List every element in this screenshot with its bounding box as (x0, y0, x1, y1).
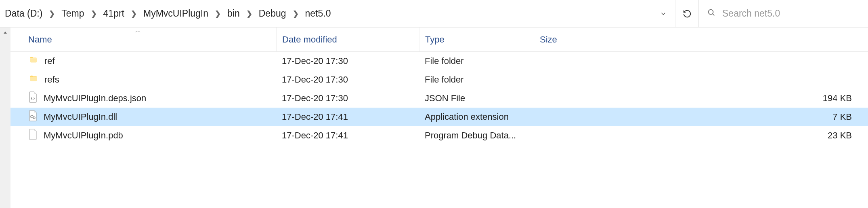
file-name: ref (44, 56, 55, 66)
cell-type: File folder (419, 56, 534, 66)
breadcrumb-item[interactable]: 41prt (100, 6, 128, 21)
column-headers: ︿ Name Date modified Type Size (10, 28, 868, 52)
column-date-modified[interactable]: Date modified (276, 28, 419, 51)
cell-size: 7 KB (534, 112, 868, 122)
file-name: refs (44, 74, 59, 85)
file-row[interactable]: MyMvcUIPlugIn.dll17-Dec-20 17:41Applicat… (10, 108, 868, 126)
column-type[interactable]: Type (419, 28, 534, 51)
column-size[interactable]: Size (534, 28, 868, 51)
file-row[interactable]: {}MyMvcUIPlugIn.deps.json17-Dec-20 17:30… (10, 89, 868, 108)
cell-type: File folder (419, 74, 534, 85)
column-date-label: Date modified (282, 34, 337, 45)
sort-ascending-icon: ︿ (135, 27, 141, 34)
breadcrumb-item[interactable]: bin (224, 6, 243, 21)
search-box[interactable] (698, 0, 868, 27)
refresh-button[interactable] (675, 0, 698, 27)
column-type-label: Type (425, 34, 444, 45)
breadcrumb-item[interactable]: Temp (58, 6, 87, 21)
chevron-down-icon (660, 10, 667, 17)
search-input[interactable] (722, 8, 868, 19)
cell-name: MyMvcUIPlugIn.dll (10, 110, 276, 124)
cell-name: ref (10, 55, 276, 67)
pdb-icon (28, 129, 38, 142)
cell-name: MyMvcUIPlugIn.pdb (10, 129, 276, 142)
breadcrumb-item[interactable]: net5.0 (302, 6, 334, 21)
breadcrumb-item[interactable]: MyMvcUIPlugIn (140, 6, 212, 21)
cell-type: Application extension (419, 112, 534, 122)
chevron-right-icon[interactable]: ❯ (88, 9, 99, 18)
cell-size: 23 KB (534, 130, 868, 141)
chevron-right-icon[interactable]: ❯ (290, 9, 301, 18)
file-row[interactable]: ref17-Dec-20 17:30File folder (10, 52, 868, 70)
dll-icon (28, 110, 38, 124)
refresh-icon (683, 9, 692, 18)
cell-name: {}MyMvcUIPlugIn.deps.json (10, 91, 276, 105)
chevron-right-icon[interactable]: ❯ (46, 9, 57, 18)
vertical-scrollbar[interactable] (0, 28, 10, 208)
json-icon: {} (28, 91, 38, 105)
svg-text:{}: {} (31, 96, 35, 100)
search-icon (707, 8, 716, 19)
column-size-label: Size (540, 34, 557, 45)
file-list: ︿ Name Date modified Type Size ref17-Dec… (10, 28, 868, 208)
column-name[interactable]: ︿ Name (10, 28, 276, 51)
svg-marker-2 (4, 32, 7, 34)
svg-line-1 (713, 14, 714, 15)
cell-name: refs (10, 74, 276, 85)
cell-date: 17-Dec-20 17:30 (276, 56, 419, 66)
breadcrumb-item[interactable]: Debug (256, 6, 289, 21)
cell-date: 17-Dec-20 17:41 (276, 112, 419, 122)
breadcrumb-item[interactable]: Data (D:) (2, 6, 46, 21)
cell-type: JSON File (419, 93, 534, 104)
file-name: MyMvcUIPlugIn.pdb (44, 130, 123, 141)
cell-type: Program Debug Data... (419, 130, 534, 141)
chevron-right-icon[interactable]: ❯ (212, 9, 223, 18)
chevron-right-icon[interactable]: ❯ (128, 9, 139, 18)
svg-point-0 (709, 10, 713, 15)
chevron-right-icon[interactable]: ❯ (244, 9, 255, 18)
file-name: MyMvcUIPlugIn.deps.json (44, 93, 146, 104)
file-name: MyMvcUIPlugIn.dll (44, 112, 117, 122)
history-dropdown-button[interactable] (652, 0, 675, 27)
chevron-up-icon (3, 30, 8, 35)
cell-date: 17-Dec-20 17:41 (276, 130, 419, 141)
file-row[interactable]: MyMvcUIPlugIn.pdb17-Dec-20 17:41Program … (10, 126, 868, 145)
file-row[interactable]: refs17-Dec-20 17:30File folder (10, 70, 868, 89)
column-name-label: Name (28, 34, 52, 45)
breadcrumb: Data (D:) ❯ Temp ❯ 41prt ❯ MyMvcUIPlugIn… (0, 0, 652, 27)
cell-size: 194 KB (534, 93, 868, 104)
address-toolbar: Data (D:) ❯ Temp ❯ 41prt ❯ MyMvcUIPlugIn… (0, 0, 868, 28)
folder-icon (28, 74, 39, 85)
file-view: ︿ Name Date modified Type Size ref17-Dec… (0, 28, 868, 208)
folder-icon (28, 55, 39, 67)
scroll-up-button[interactable] (0, 28, 10, 38)
cell-date: 17-Dec-20 17:30 (276, 93, 419, 104)
cell-date: 17-Dec-20 17:30 (276, 74, 419, 85)
